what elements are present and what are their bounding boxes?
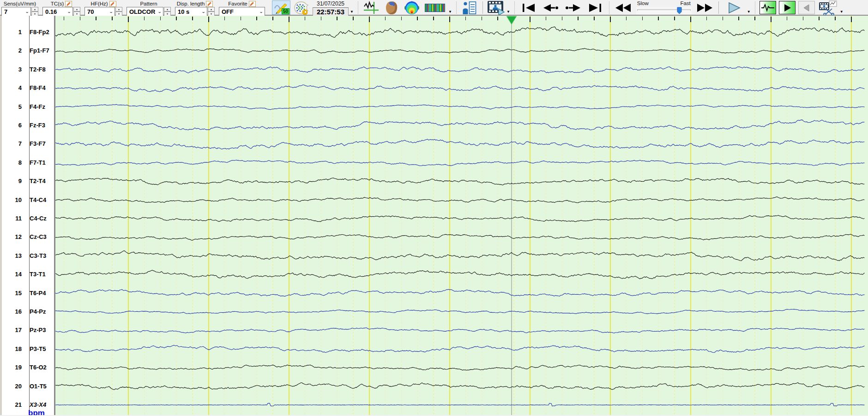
video-review-button[interactable] xyxy=(487,0,505,15)
clip-dropdown-arrow[interactable]: ▼ xyxy=(840,10,844,14)
pattern-spin-up[interactable]: ▲ xyxy=(164,7,171,12)
channel-label-row[interactable]: 20O1-T5 xyxy=(2,382,54,391)
review-waveform-button[interactable] xyxy=(760,1,776,14)
channel-label-row[interactable]: 16P4-Pz xyxy=(2,308,54,316)
hf-edit-pencil-icon[interactable] xyxy=(109,1,116,7)
display-length-select[interactable]: 10 s⌄ xyxy=(175,7,207,16)
channel-number: 12 xyxy=(2,233,26,241)
channel-label-row[interactable]: 5F4-Fz xyxy=(2,103,54,111)
date-display: 31/07/2025 xyxy=(317,0,344,7)
favorite-select[interactable]: OFF⌄ xyxy=(219,7,265,16)
forward-button[interactable] xyxy=(695,1,714,14)
display-length-edit-pencil-icon[interactable] xyxy=(206,1,213,7)
film-scissors-icon xyxy=(818,0,838,15)
head-3d-map-button[interactable] xyxy=(382,0,401,15)
chevron-down-icon: ⌄ xyxy=(259,10,263,14)
speed-slider-groove[interactable] xyxy=(637,9,691,11)
step-forward-button[interactable] xyxy=(563,1,583,14)
favorite-group: Favorite OFF⌄ xyxy=(219,0,265,16)
montage-settings-button[interactable] xyxy=(292,0,311,15)
channel-number: 7 xyxy=(2,140,26,148)
channel-label-row[interactable]: 1F8-Fp2 xyxy=(2,28,54,36)
toolbar-separator xyxy=(482,1,483,14)
channel-label-row[interactable]: 7F3-F7 xyxy=(2,140,54,148)
channel-label: P4-Pz xyxy=(26,308,46,316)
datetime-dropdown-arrow[interactable]: ▼ xyxy=(350,10,354,14)
chevron-down-icon: ⌄ xyxy=(25,10,29,14)
toolbar-separator xyxy=(456,1,457,14)
topomap-head-icon xyxy=(404,0,420,15)
channel-label: Fz-F3 xyxy=(26,121,45,130)
channel-number: 3 xyxy=(2,65,26,74)
favorite-edit-pencil-icon[interactable] xyxy=(249,1,256,7)
video-dropdown-arrow[interactable]: ▼ xyxy=(506,10,510,14)
channel-label-row[interactable]: 6Fz-F3 xyxy=(2,121,54,130)
chevron-down-icon: ⌄ xyxy=(109,10,113,14)
channel-label-row[interactable]: 18P3-T5 xyxy=(2,345,54,353)
goto-start-button[interactable] xyxy=(519,1,538,14)
review-play-button[interactable] xyxy=(779,1,796,14)
channel-label-row[interactable]: 11C4-Cz xyxy=(2,214,54,223)
patient-info-button[interactable] xyxy=(460,0,479,15)
hf-spinner: ▲ ▼ xyxy=(115,7,122,16)
channel-label-row[interactable]: 17Pz-P3 xyxy=(2,326,54,334)
tc-edit-pencil-icon[interactable] xyxy=(65,1,72,7)
channel-label-row[interactable]: 19T6-O2 xyxy=(2,363,54,372)
channel-label-row[interactable]: 9T2-T4 xyxy=(2,177,54,185)
channel-label-row[interactable]: 10T4-C4 xyxy=(2,196,54,204)
trace-cursor-button[interactable] xyxy=(362,0,380,15)
channel-number: 18 xyxy=(2,345,26,353)
channel-label-row[interactable]: 12Cz-C3 xyxy=(2,233,54,241)
channel-label-row[interactable]: 8F7-T1 xyxy=(2,159,54,167)
tc-group: TC(s) 0.16⌄ ▲ ▼ xyxy=(42,0,80,16)
display-length-spinner: ▲ ▼ xyxy=(208,7,215,16)
channel-label: F8-F4 xyxy=(26,84,46,92)
dsa-button[interactable] xyxy=(423,0,447,15)
play-dropdown-arrow[interactable]: ▼ xyxy=(747,10,751,14)
channel-label-row[interactable]: 2Fp1-F7 xyxy=(2,47,54,55)
channel-label-row[interactable]: 3T2-F8 xyxy=(2,65,54,74)
channel-label-row[interactable]: 21X3-X4 xyxy=(2,401,54,409)
channel-label-row[interactable]: 13C3-T3 xyxy=(2,252,54,260)
tc-select[interactable]: 0.16⌄ xyxy=(42,7,73,16)
channel-label-column: bpm 1F8-Fp22Fp1-F73T2-F84F8-F45F4-Fz6Fz-… xyxy=(0,16,55,415)
trace-area[interactable] xyxy=(55,16,868,415)
main-area: bpm 1F8-Fp22Fp1-F73T2-F84F8-F45F4-Fz6Fz-… xyxy=(0,16,868,415)
channel-label: T6-O2 xyxy=(26,363,47,372)
person-document-icon xyxy=(462,1,477,15)
display-length-spin-up[interactable]: ▲ xyxy=(208,7,215,12)
sens-spin-up[interactable]: ▲ xyxy=(31,7,38,12)
channel-label: Cz-C3 xyxy=(26,233,47,241)
clip-export-button[interactable] xyxy=(817,0,838,15)
channel-label-row[interactable]: 4F8-F4 xyxy=(2,84,54,92)
speed-slider-thumb[interactable] xyxy=(677,7,682,14)
hf-select[interactable]: 70⌄ xyxy=(84,7,115,16)
time-display[interactable]: 22:57:53 xyxy=(313,7,349,16)
speed-slider[interactable]: Slow Fast xyxy=(636,0,692,14)
rewind-button[interactable] xyxy=(614,1,633,14)
maps-dropdown-arrow[interactable]: ▼ xyxy=(448,10,452,14)
toolbar-separator xyxy=(358,1,358,14)
play-button[interactable] xyxy=(723,1,745,14)
toolbar-separator xyxy=(718,1,719,14)
channel-number: 8 xyxy=(2,159,26,167)
channel-label: T4-C4 xyxy=(26,196,46,204)
channel-label-row[interactable]: 14T3-T1 xyxy=(2,270,54,279)
topomap-button[interactable] xyxy=(403,0,421,15)
notch-50-badge: 50 xyxy=(282,8,289,14)
pattern-select[interactable]: OLDCOR⌄ xyxy=(127,7,163,16)
previous-event-button[interactable] xyxy=(798,1,815,14)
channel-label-row[interactable]: 15T6-P4 xyxy=(2,289,54,297)
step-back-button[interactable] xyxy=(541,1,561,14)
channel-number: 13 xyxy=(2,252,26,260)
chevron-down-icon: ⌄ xyxy=(67,10,71,14)
notch-filter-button[interactable]: 50 xyxy=(272,0,290,15)
channel-number: 14 xyxy=(2,270,26,279)
tc-spin-up[interactable]: ▲ xyxy=(73,7,80,12)
channel-label: O1-T5 xyxy=(26,382,47,391)
hf-spin-up[interactable]: ▲ xyxy=(115,7,122,12)
sens-select[interactable]: 7⌄ xyxy=(1,7,31,16)
slow-label: Slow xyxy=(637,0,649,7)
channel-label: T6-P4 xyxy=(26,289,46,297)
goto-end-button[interactable] xyxy=(585,1,605,14)
